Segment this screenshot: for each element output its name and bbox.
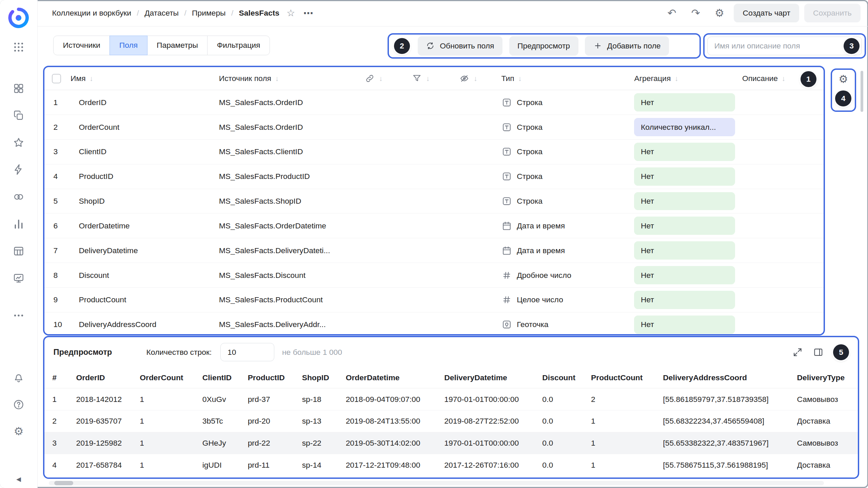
field-name[interactable]: ShopID [71,197,219,206]
aggregation-select[interactable]: Нет [634,241,735,260]
column-header-link[interactable]: ↓ [364,73,412,84]
tab-sources[interactable]: Источники [53,36,110,56]
field-type-select[interactable]: Строка [501,171,634,182]
field-type-select[interactable]: Строка [501,196,634,206]
tab-filtration[interactable]: Фильтрация [207,36,270,56]
breadcrumb-more-button[interactable]: ⋯ [303,8,314,18]
breadcrumb-item[interactable]: Датасеты [144,8,179,18]
row-count-input[interactable] [220,343,274,361]
preview-cell: prd-22 [248,439,302,448]
field-type-select[interactable]: Дата и время [501,221,634,231]
datalens-logo[interactable] [7,7,29,29]
field-name[interactable]: ProductID [71,172,219,181]
breadcrumb-item[interactable]: Коллекции и воркбуки [52,8,131,18]
field-aggregation-cell: Нет [634,217,742,235]
field-aggregation-cell: Нет [634,167,742,186]
field-search-input[interactable] [707,37,862,55]
favorites-icon[interactable] [13,137,25,149]
more-icon[interactable] [13,309,25,322]
field-row: 9ProductCountMS_SalesFacts.ProductCountЦ… [44,288,824,312]
preview-layout-button[interactable] [813,347,824,358]
aggregation-select[interactable]: Нет [634,192,735,210]
preview-cell: 1970-01-01T00:00:00 [444,439,542,448]
collections-icon[interactable] [13,82,25,95]
settings-gear-button[interactable]: ⚙ [710,4,729,23]
horizontal-scrollbar-thumb[interactable] [54,481,73,485]
notifications-bell-icon[interactable] [13,371,25,384]
aggregation-select[interactable]: Нет [634,217,735,235]
datasets-icon[interactable] [13,191,25,203]
field-type-select[interactable]: Дата и время [501,245,634,256]
aggregation-select[interactable]: Нет [634,266,735,284]
refresh-fields-button[interactable]: Обновить поля [418,36,502,56]
favorite-star-icon[interactable]: ☆ [287,8,295,18]
annotation-badge-4: 4 [835,90,851,106]
preview-cell: 0.0 [542,461,591,470]
aggregation-select[interactable]: Нет [634,93,735,111]
field-type-select[interactable]: Строка [501,122,634,133]
workbooks-icon[interactable] [13,109,25,122]
editor-icon[interactable] [13,272,25,284]
button-label: Обновить поля [440,41,494,50]
string-icon [501,122,512,133]
aggregation-select[interactable]: Нет [634,143,735,161]
field-type-select[interactable]: Строка [501,97,634,108]
field-name[interactable]: ProductCount [71,295,219,304]
column-header-name[interactable]: Имя ↓ [71,74,219,83]
aggregation-select[interactable]: Нет [634,167,735,186]
field-name[interactable]: DeliveryDatetime [71,246,219,255]
tab-fields[interactable]: Поля [110,36,147,56]
link-icon [364,73,375,84]
column-header-filter[interactable]: ↓ [412,73,459,84]
field-name[interactable]: ClientID [71,147,219,156]
field-type-select[interactable]: Дробное число [501,270,634,281]
vertical-scrollbar[interactable] [861,71,863,112]
preview-cell: 0XuGv [202,395,248,404]
dashboards-icon[interactable] [13,245,25,257]
sort-down-icon: ↓ [90,75,93,83]
field-type-select[interactable]: Строка [501,146,634,157]
undo-button[interactable]: ↶ [663,4,682,23]
tab-parameters[interactable]: Параметры [147,36,208,56]
preview-cell: 1 [52,395,76,404]
help-icon[interactable] [13,399,25,411]
sidebar-collapse-button[interactable]: ◀ [16,476,21,483]
annotation-badge-5: 5 [833,344,849,360]
field-type-label: Геоточка [517,320,548,329]
column-header-hidden[interactable]: ↓ [459,73,501,84]
field-name[interactable]: OrderCount [71,123,219,132]
field-name[interactable]: DeliveryAddressCoord [71,320,219,329]
preview-table-header: #OrderIDOrderCountClientIDProductIDShopI… [44,367,858,388]
preview-button[interactable]: Предпросмотр [509,36,578,56]
settings-gear-icon[interactable]: ⚙ [13,426,25,438]
breadcrumb-separator: / [137,8,139,18]
button-label: Добавить поле [607,41,660,50]
horizontal-scrollbar[interactable] [49,481,824,485]
preview-column-header: DeliveryType [797,373,858,382]
aggregation-select[interactable]: Нет [634,316,735,334]
column-header-source[interactable]: Источник поля ↓ [219,74,364,83]
create-chart-button[interactable]: Создать чарт [734,4,799,23]
field-type-select[interactable]: Геоточка [501,319,634,330]
field-name[interactable]: OrderID [71,98,219,107]
string-icon [501,171,512,182]
aggregation-select[interactable]: Нет [634,291,735,309]
field-name[interactable]: Discount [71,271,219,280]
redo-button[interactable]: ↷ [686,4,705,23]
select-all-checkbox[interactable] [52,74,61,83]
table-settings-button[interactable]: ⚙ [839,74,848,84]
expand-preview-button[interactable] [792,347,803,358]
field-row-number: 4 [44,172,71,181]
field-name[interactable]: OrderDatetime [71,221,219,230]
column-header-aggregation[interactable]: Агрегация ↓ [634,74,742,83]
connections-icon[interactable] [13,164,25,176]
column-header-type[interactable]: Тип ↓ [501,74,634,83]
save-button[interactable]: Сохранить [804,4,861,23]
charts-icon[interactable] [13,218,25,230]
add-field-button[interactable]: Добавить поле [585,36,669,56]
field-row: 10DeliveryAddressCoordMS_SalesFacts.Deli… [44,312,824,337]
aggregation-select[interactable]: Количество уникал... [634,118,735,136]
field-type-select[interactable]: Целое число [501,294,634,305]
apps-grid-icon[interactable] [13,41,25,53]
breadcrumb-item[interactable]: Примеры [192,8,226,18]
